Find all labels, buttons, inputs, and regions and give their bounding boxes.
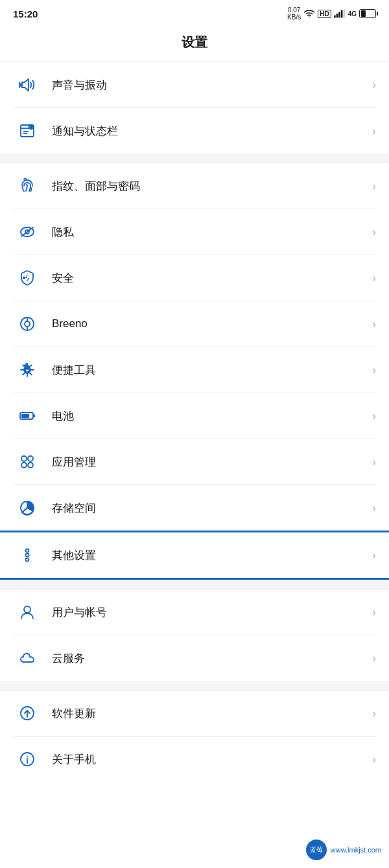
storage-label: 存储空间 (52, 501, 372, 516)
sound-icon (13, 71, 41, 99)
security-icon (13, 264, 41, 292)
about-icon (13, 745, 41, 773)
hd-icon: HD (318, 10, 331, 18)
status-time: 15:20 (13, 8, 38, 19)
svg-point-45 (27, 756, 28, 757)
gap-1 (0, 154, 389, 163)
gap-3 (0, 681, 389, 690)
apps-icon (13, 448, 41, 476)
notification-label: 通知与状态栏 (52, 124, 372, 139)
watermark-logo: 蓝莓 (306, 839, 327, 860)
svg-point-14 (30, 126, 32, 128)
user-account-label: 用户与帐号 (52, 605, 372, 620)
breeno-label: Breeno (52, 317, 372, 330)
svg-point-30 (28, 456, 33, 461)
battery-chevron: › (372, 409, 376, 423)
privacy-icon (13, 218, 41, 246)
privacy-chevron: › (372, 225, 376, 239)
4g-icon: 4G (348, 10, 357, 17)
svg-point-0 (309, 17, 310, 18)
about-phone-item[interactable]: 关于手机 › (0, 737, 389, 782)
sound-vibration-label: 声音与振动 (52, 78, 372, 93)
storage-icon (13, 494, 41, 522)
svg-point-37 (26, 549, 29, 553)
about-label: 关于手机 (52, 752, 372, 767)
update-icon (13, 699, 41, 727)
svg-point-40 (24, 606, 30, 613)
about-chevron: › (372, 753, 376, 766)
svg-point-39 (26, 558, 29, 562)
storage-chevron: › (372, 501, 376, 515)
cloud-label: 云服务 (52, 651, 372, 666)
status-icons: 0.07 KB/s HD 4G (287, 6, 376, 21)
user-account-chevron: › (372, 606, 376, 619)
svg-rect-2 (336, 14, 338, 17)
sound-chevron: › (372, 78, 376, 92)
signal-icon (334, 9, 346, 18)
breeno-item[interactable]: Breeno › (0, 301, 389, 347)
shortcuts-label: 便捷工具 (52, 363, 372, 378)
user-account-item[interactable]: 用户与帐号 › (0, 589, 389, 635)
section-other: 其他设置 › (0, 532, 389, 578)
apps-chevron: › (372, 455, 376, 469)
svg-rect-4 (340, 10, 342, 18)
privacy-label: 隐私 (52, 225, 372, 240)
gap-2 (0, 580, 389, 589)
cloud-item[interactable]: 云服务 › (0, 635, 389, 681)
fingerprint-label: 指纹、面部与密码 (52, 179, 372, 194)
cloud-icon (13, 644, 41, 672)
svg-point-20 (25, 321, 30, 326)
security-label: 安全 (52, 271, 372, 286)
cloud-chevron: › (372, 652, 376, 665)
section-sound: 声音与振动 › 通知与状态栏 › (0, 62, 389, 154)
data-speed-icon: 0.07 KB/s (287, 6, 301, 21)
notification-chevron: › (372, 124, 376, 138)
update-item[interactable]: 软件更新 › (0, 691, 389, 736)
update-label: 软件更新 (52, 706, 372, 721)
other-settings-label: 其他设置 (52, 548, 372, 563)
breeno-chevron: › (372, 317, 376, 331)
user-icon (13, 598, 41, 626)
svg-rect-27 (33, 415, 35, 417)
svg-rect-28 (21, 414, 29, 418)
notification-statusbar-item[interactable]: 通知与状态栏 › (0, 108, 389, 154)
privacy-item[interactable]: 隐私 › (0, 209, 389, 255)
svg-rect-3 (338, 12, 340, 17)
status-bar: 15:20 0.07 KB/s HD 4G (0, 0, 389, 26)
other-settings-icon (13, 541, 41, 569)
svg-marker-18 (23, 277, 25, 279)
update-chevron: › (372, 707, 376, 720)
notification-icon (13, 117, 41, 145)
battery-label: 电池 (52, 409, 372, 424)
apps-label: 应用管理 (52, 455, 372, 470)
watermark-url: www.lmkjst.com (331, 846, 381, 854)
page-title: 设置 (0, 26, 389, 62)
battery-item[interactable]: 电池 › (0, 393, 389, 439)
shortcuts-item[interactable]: 便捷工具 › (0, 347, 389, 393)
security-chevron: › (372, 271, 376, 285)
battery-icon (359, 9, 376, 18)
svg-point-29 (21, 456, 27, 461)
security-item[interactable]: 安全 › (0, 255, 389, 301)
watermark: 蓝莓 www.lmkjst.com (306, 839, 381, 860)
storage-item[interactable]: 存储空间 › (0, 485, 389, 531)
apps-item[interactable]: 应用管理 › (0, 439, 389, 485)
svg-point-38 (26, 554, 29, 557)
fingerprint-icon (13, 172, 41, 200)
svg-rect-1 (334, 16, 336, 18)
svg-line-36 (22, 508, 27, 512)
section-security: 指纹、面部与密码 › 隐私 › 安全 › (0, 163, 389, 531)
svg-point-32 (28, 463, 33, 468)
svg-point-31 (21, 463, 27, 468)
other-settings-item[interactable]: 其他设置 › (0, 532, 389, 578)
fingerprint-item[interactable]: 指纹、面部与密码 › (0, 163, 389, 209)
svg-rect-5 (343, 10, 345, 18)
fingerprint-chevron: › (372, 179, 376, 193)
battery-settings-icon (13, 402, 41, 430)
sound-vibration-item[interactable]: 声音与振动 › (0, 62, 389, 108)
shortcuts-chevron: › (372, 363, 376, 377)
svg-marker-6 (22, 79, 29, 91)
section-account: 用户与帐号 › 云服务 › 软件更新 › (0, 589, 389, 782)
breeno-icon (13, 310, 41, 338)
shortcuts-icon (13, 356, 41, 384)
